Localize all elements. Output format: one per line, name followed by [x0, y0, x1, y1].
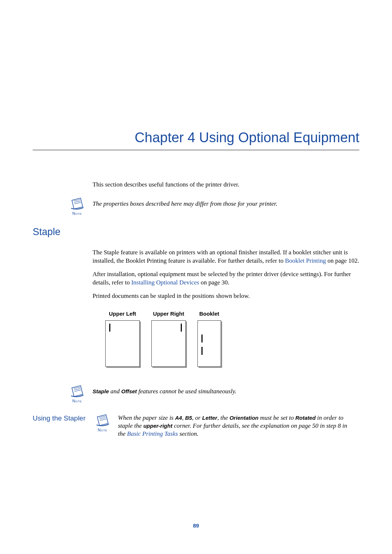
staple-para-1: The Staple feature is available on print… [93, 249, 359, 265]
note-icon [70, 385, 85, 398]
note-text: When the paper size is A4, B5, or Letter… [118, 414, 354, 438]
diagram-upper-right: Upper Right [151, 311, 186, 367]
note-label: Note [98, 428, 107, 432]
note-icon [70, 197, 85, 210]
diagram-label-upper-left: Upper Left [109, 311, 136, 317]
note-icon-block: Note [67, 385, 87, 403]
staple-position-diagrams: Upper Left Upper Right Booklet [105, 311, 359, 367]
page-illustration [105, 320, 140, 367]
diagram-label-upper-right: Upper Right [153, 311, 184, 317]
link-booklet-printing[interactable]: Booklet Printing [285, 257, 326, 264]
note-block-3: Note When the paper size is A4, B5, or L… [93, 414, 354, 438]
intro-paragraph: This section describes useful functions … [93, 181, 359, 188]
subsection-using-stapler: Using the Stapler Note When the paper si… [33, 414, 359, 438]
note-block-2: Note Staple and Offset features cannot b… [67, 385, 359, 403]
subsection-heading: Using the Stapler [33, 414, 87, 423]
booklet-illustration [197, 320, 221, 367]
chapter-title: Chapter 4 Using Optional Equipment [33, 130, 359, 150]
note-icon [95, 414, 110, 427]
diagram-upper-left: Upper Left [105, 311, 140, 367]
page-illustration [151, 320, 186, 367]
staple-para-2: After installation, optional equipment m… [93, 270, 359, 287]
note-block-1: Note The properties boxes described here… [67, 197, 359, 216]
note-icon-block: Note [67, 197, 87, 216]
page-number: 89 [0, 522, 392, 529]
note-text: The properties boxes described here may … [93, 197, 277, 208]
note-label: Note [72, 399, 82, 403]
staple-mark [109, 324, 110, 332]
diagram-booklet: Booklet [197, 311, 221, 367]
staple-mark [181, 324, 182, 332]
section-heading-staple: Staple [33, 226, 359, 238]
diagram-label-booklet: Booklet [199, 311, 219, 317]
link-installing-optional-devices[interactable]: Installing Optional Devices [131, 279, 199, 286]
staple-mark [201, 335, 203, 342]
staple-para-3: Printed documents can be stapled in the … [93, 292, 359, 300]
staple-mark [201, 347, 203, 355]
note-icon-block: Note [93, 414, 113, 432]
note-text: Staple and Offset features cannot be use… [93, 385, 236, 395]
note-label: Note [72, 211, 82, 216]
link-basic-printing-tasks[interactable]: Basic Printing Tasks [127, 430, 178, 437]
